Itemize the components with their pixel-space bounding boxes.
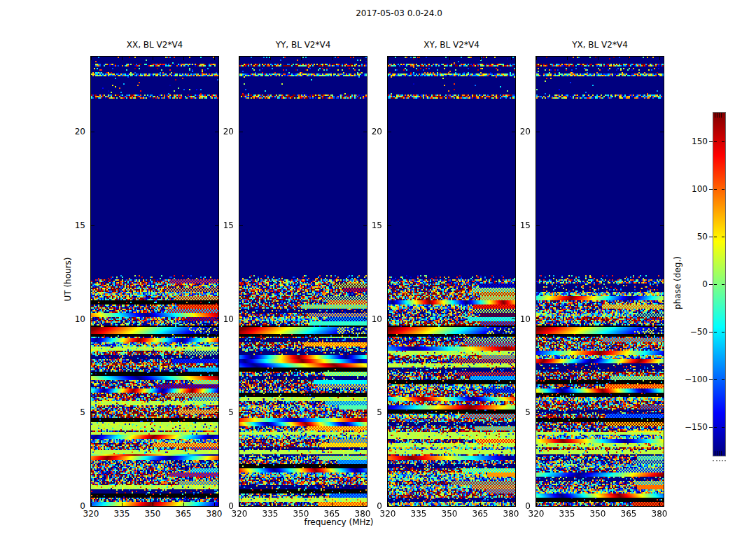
x-tick-label: 350 — [139, 509, 167, 519]
y-tick-label: 15 — [64, 220, 85, 231]
x-tick-label: 350 — [584, 509, 612, 519]
colorbar-tick-mark — [709, 379, 713, 380]
x-tick-label: 335 — [405, 509, 433, 519]
panel-title-yy: YY, BL V2*V4 — [239, 40, 367, 50]
colorbar-tick-label: −150 — [677, 421, 708, 433]
colorbar-tick-mark — [709, 284, 713, 285]
x-tick-label: 320 — [374, 509, 402, 519]
colorbar-tick-mark — [709, 332, 713, 332]
colorbar-tick-mark — [722, 332, 724, 332]
colorbar-tick-mark — [714, 332, 717, 332]
colorbar-tick-mark — [709, 189, 713, 190]
heatmap-canvas-xy — [388, 57, 515, 506]
x-tick-label: 365 — [615, 509, 643, 519]
colorbar-tick-label: 100 — [677, 183, 708, 195]
x-tick-label: 335 — [553, 509, 581, 519]
panel-title-xy: XY, BL V2*V4 — [388, 40, 515, 50]
y-tick-label: 10 — [510, 314, 531, 325]
colorbar-tick-mark — [714, 379, 717, 380]
colorbar-extend-dotted-line — [713, 460, 726, 461]
colorbar-tick-mark — [722, 237, 724, 237]
colorbar-tick-mark — [714, 427, 717, 428]
colorbar-tick-mark — [709, 237, 713, 237]
panel-title-xx: XX, BL V2*V4 — [91, 40, 218, 50]
panel-title-yx: YX, BL V2*V4 — [536, 40, 664, 50]
y-tick-label: 10 — [213, 314, 234, 325]
y-tick-label: 5 — [510, 407, 531, 418]
colorbar-tick-mark — [714, 284, 717, 285]
x-tick-label: 335 — [256, 509, 284, 519]
colorbar-tick-mark — [709, 141, 713, 142]
colorbar-bottom-comb-marks — [715, 451, 723, 456]
x-tick-label: 380 — [645, 509, 673, 519]
heatmap-canvas-yx — [536, 57, 664, 506]
colorbar: 150100500−50−100−150 — [713, 112, 726, 456]
x-tick-label: 365 — [318, 509, 346, 519]
x-axis-label: frequency (MHz) — [283, 517, 395, 527]
y-tick-label: 20 — [361, 126, 382, 137]
y-tick-label: 5 — [361, 407, 382, 418]
colorbar-tick-mark — [714, 237, 717, 237]
heatmap-canvas-yy — [239, 57, 367, 506]
y-tick-label: 5 — [64, 407, 85, 418]
y-tick-label: 20 — [213, 126, 234, 137]
x-tick-label: 320 — [225, 509, 253, 519]
y-tick-label: 5 — [213, 407, 234, 418]
colorbar-tick-mark — [722, 427, 724, 428]
x-tick-label: 335 — [108, 509, 136, 519]
y-tick-label: 15 — [213, 220, 234, 231]
colorbar-tick-label: −100 — [677, 374, 708, 385]
figure-title: 2017-05-03 0.0-24.0 — [294, 8, 504, 18]
colorbar-tick-label: −50 — [677, 326, 708, 337]
colorbar-axis-label: phase (deg.) — [673, 241, 682, 325]
x-tick-label: 320 — [522, 509, 550, 519]
colorbar-tick-mark — [714, 141, 717, 142]
colorbar-tick-label: 150 — [677, 136, 708, 147]
y-tick-label: 20 — [64, 126, 85, 137]
colorbar-tick-mark — [722, 379, 724, 380]
colorbar-tick-mark — [722, 189, 724, 190]
heatmap-panel-yx: YX, BL V2*V4 05101520 320335350365380 — [536, 56, 664, 507]
x-tick-label: 350 — [435, 509, 463, 519]
heatmap-panel-xy: XY, BL V2*V4 05101520 320335350365380 — [387, 56, 516, 507]
x-tick-label: 350 — [287, 509, 315, 519]
x-tick-label: 320 — [77, 509, 105, 519]
x-tick-label: 365 — [466, 509, 494, 519]
colorbar-tick-mark — [714, 189, 717, 190]
colorbar-tick-mark — [709, 427, 713, 428]
y-tick-label: 10 — [361, 314, 382, 325]
y-tick-label: 15 — [361, 220, 382, 231]
heatmap-panel-xx: XX, BL V2*V4 05101520 320335350365380 — [90, 56, 219, 507]
y-tick-label: 15 — [510, 220, 531, 231]
colorbar-tick-mark — [722, 141, 724, 142]
figure-root: 2017-05-03 0.0-24.0 UT (hours) frequency… — [0, 0, 735, 560]
heatmap-panel-yy: YY, BL V2*V4 05101520 320335350365380 — [239, 56, 368, 507]
colorbar-top-comb-marks — [715, 113, 723, 118]
colorbar-tick-mark — [722, 284, 724, 285]
x-tick-label: 365 — [169, 509, 197, 519]
y-axis-label: UT (hours) — [63, 237, 73, 321]
y-tick-label: 10 — [64, 314, 85, 325]
heatmap-canvas-xx — [91, 57, 218, 506]
y-tick-label: 20 — [510, 126, 531, 137]
